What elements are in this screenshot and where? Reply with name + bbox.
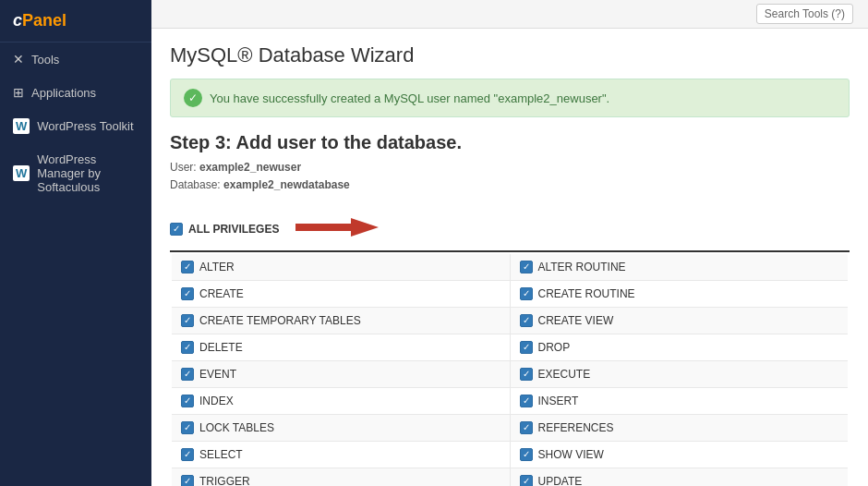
wordpress-manager-icon: W bbox=[13, 165, 30, 181]
privilege-cell-right: UPDATE bbox=[511, 468, 849, 486]
privilege-cell-right: REFERENCES bbox=[511, 415, 849, 441]
cpanel-logo: cPanel bbox=[0, 0, 151, 43]
table-row: ALTER ALTER ROUTINE bbox=[172, 254, 848, 281]
database-label: Database: bbox=[170, 178, 221, 191]
sidebar-item-label-wordpress-toolkit: WordPress Toolkit bbox=[37, 119, 133, 133]
table-row: INDEX INSERT bbox=[172, 388, 848, 415]
privilege-checkbox-right[interactable] bbox=[520, 341, 533, 354]
privilege-cell-right: SHOW VIEW bbox=[511, 442, 849, 468]
user-label: User: bbox=[170, 161, 197, 174]
privilege-cell-right: EXECUTE bbox=[511, 361, 849, 387]
table-row: SELECT SHOW VIEW bbox=[172, 442, 848, 468]
privilege-checkbox-left[interactable] bbox=[181, 448, 194, 461]
privilege-checkbox-right[interactable] bbox=[520, 287, 533, 300]
privilege-checkbox-left[interactable] bbox=[181, 287, 194, 300]
privilege-checkbox-right[interactable] bbox=[520, 448, 533, 461]
privilege-cell-left: ALTER bbox=[172, 254, 511, 280]
privilege-cell-left: TRIGGER bbox=[172, 468, 511, 486]
privilege-cell-left: INDEX bbox=[172, 388, 511, 414]
tools-icon: ✕ bbox=[13, 52, 24, 67]
privilege-checkbox-left[interactable] bbox=[181, 368, 194, 381]
privilege-cell-right: CREATE VIEW bbox=[511, 308, 849, 334]
table-row: CREATE TEMPORARY TABLES CREATE VIEW bbox=[172, 308, 848, 334]
all-privileges-label: ALL PRIVILEGES bbox=[188, 223, 279, 236]
success-icon: ✓ bbox=[184, 89, 202, 107]
privilege-checkbox-left[interactable] bbox=[181, 314, 194, 327]
privilege-cell-right: DROP bbox=[511, 334, 849, 360]
step-title: Step 3: Add user to the database. bbox=[170, 132, 850, 153]
all-privileges-row: ALL PRIVILEGES bbox=[170, 207, 850, 252]
user-value: example2_newuser bbox=[199, 161, 301, 174]
privilege-checkbox-left[interactable] bbox=[181, 475, 194, 486]
privilege-checkbox-right[interactable] bbox=[520, 261, 533, 273]
privilege-cell-left: EVENT bbox=[172, 361, 511, 387]
sidebar-item-applications[interactable]: ⊞ Applications bbox=[0, 76, 151, 109]
privilege-checkbox-left[interactable] bbox=[181, 341, 194, 354]
page-title: MySQL® Database Wizard bbox=[170, 43, 850, 67]
success-message: You have successfully created a MySQL us… bbox=[210, 91, 609, 105]
privilege-checkbox-left[interactable] bbox=[181, 421, 194, 434]
privilege-cell-left: DELETE bbox=[172, 334, 511, 360]
table-row: CREATE CREATE ROUTINE bbox=[172, 281, 848, 308]
privilege-cell-left: CREATE bbox=[172, 281, 511, 307]
sidebar-item-label-wordpress-manager: WordPress Manager by Softaculous bbox=[37, 152, 139, 194]
wordpress-toolkit-icon: W bbox=[13, 118, 30, 134]
database-value: example2_newdatabase bbox=[223, 178, 350, 191]
step-meta: User: example2_newuser Database: example… bbox=[170, 159, 850, 194]
search-tools-button[interactable]: Search Tools (?) bbox=[756, 4, 853, 24]
privilege-cell-left: CREATE TEMPORARY TABLES bbox=[172, 308, 511, 334]
main-content: Search Tools (?) MySQL® Database Wizard … bbox=[151, 0, 868, 486]
sidebar-item-wordpress-toolkit[interactable]: W WordPress Toolkit bbox=[0, 109, 151, 143]
privilege-cell-left: SELECT bbox=[172, 442, 511, 468]
sidebar: cPanel ✕ Tools ⊞ Applications W WordPres… bbox=[0, 0, 151, 486]
privilege-cell-left: LOCK TABLES bbox=[172, 415, 511, 441]
sidebar-item-label-applications: Applications bbox=[31, 86, 96, 100]
privilege-cell-right: ALTER ROUTINE bbox=[511, 254, 849, 280]
privilege-checkbox-right[interactable] bbox=[520, 421, 533, 434]
sidebar-item-wordpress-manager[interactable]: W WordPress Manager by Softaculous bbox=[0, 143, 151, 203]
privilege-checkbox-right[interactable] bbox=[520, 314, 533, 327]
privilege-cell-right: CREATE ROUTINE bbox=[511, 281, 849, 307]
privilege-cell-right: INSERT bbox=[511, 388, 849, 414]
privilege-checkbox-right[interactable] bbox=[520, 368, 533, 381]
all-privileges-checkbox[interactable] bbox=[170, 223, 183, 236]
sidebar-item-label-tools: Tools bbox=[31, 53, 59, 67]
table-row: EVENT EXECUTE bbox=[172, 361, 848, 388]
privilege-checkbox-left[interactable] bbox=[181, 261, 194, 273]
privilege-checkbox-right[interactable] bbox=[520, 395, 533, 407]
privilege-checkbox-right[interactable] bbox=[520, 475, 533, 486]
table-row: LOCK TABLES REFERENCES bbox=[172, 415, 848, 442]
arrow-indicator bbox=[295, 214, 379, 243]
privilege-grid: ALTER ALTER ROUTINE CREATE CREATE ROUTIN… bbox=[170, 252, 850, 486]
applications-icon: ⊞ bbox=[13, 85, 24, 100]
sidebar-item-tools[interactable]: ✕ Tools bbox=[0, 43, 151, 76]
svg-marker-0 bbox=[295, 218, 379, 237]
success-alert: ✓ You have successfully created a MySQL … bbox=[170, 79, 850, 117]
privilege-checkbox-left[interactable] bbox=[181, 395, 194, 407]
content-area: MySQL® Database Wizard ✓ You have succes… bbox=[151, 29, 868, 486]
table-row: DELETE DROP bbox=[172, 334, 848, 361]
table-row: TRIGGER UPDATE bbox=[172, 468, 848, 486]
top-bar: Search Tools (?) bbox=[151, 0, 868, 29]
